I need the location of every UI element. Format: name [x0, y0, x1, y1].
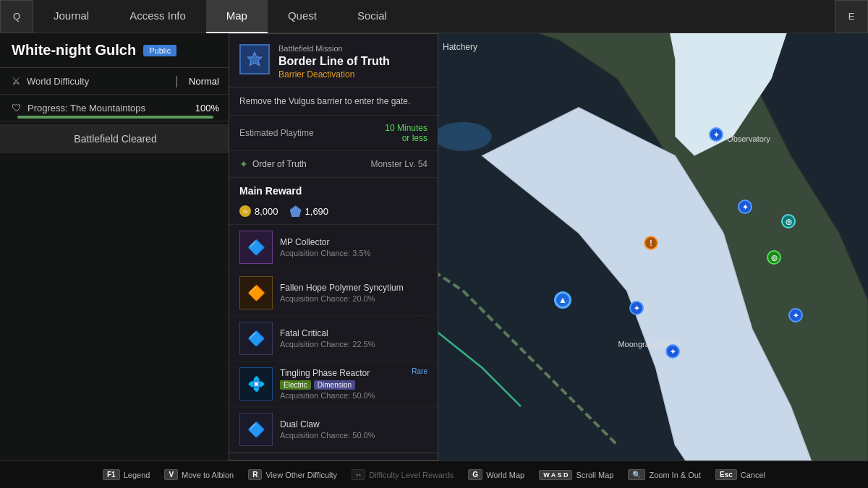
tab-social[interactable]: Social — [337, 0, 407, 33]
difficulty-key: ▪▪ — [352, 469, 365, 480]
mission-header: Battlefield Mission Border Line of Truth… — [229, 34, 438, 87]
reward-item-0: 🔷 MP Collector Acquisition Chance: 3.5% — [229, 225, 438, 270]
reward-img-3: 💠 — [239, 367, 273, 401]
reward-name-1: Fallen Hope Polymer Syncytium — [280, 283, 427, 293]
map-marker-3[interactable]: ✦ — [629, 301, 644, 315]
order-icon: ✦ — [239, 158, 248, 170]
gold-amount: G 8,000 — [239, 205, 278, 217]
progress-icon: 🛡 — [12, 102, 22, 114]
difficulty-icon: ⚔ — [12, 75, 21, 87]
esc-key: Esc — [715, 469, 737, 480]
playtime-value: 10 Minutesor less — [385, 123, 427, 143]
order-level: Monster Lv. 54 — [371, 159, 427, 169]
reward-chance-4: Acquisition Chance: 50.0% — [280, 431, 427, 440]
world-difficulty-value: Normal — [189, 76, 219, 87]
left-panel: White-night Gulch Public ⚔ World Difficu… — [0, 33, 231, 461]
mission-subtype: Barrier Deactivation — [278, 69, 390, 80]
nav-key-e[interactable]: E — [835, 0, 868, 33]
zoom-action[interactable]: 🔍 Zoom In & Out — [628, 469, 701, 480]
battlefield-cleared: Battlefield Cleared — [0, 124, 231, 153]
bottom-bar: F1 Legend V Move to Albion R View Other … — [0, 461, 868, 488]
difficulty-rewards-action: ▪▪ Difficulty Level Rewards — [352, 469, 454, 480]
hatchery-label: Hatchery — [443, 42, 477, 52]
cancel-action[interactable]: Esc Cancel — [715, 469, 765, 480]
gold-icon: G — [239, 205, 251, 217]
reward-info-1: Fallen Hope Polymer Syncytium Acquisitio… — [280, 283, 427, 303]
reward-name-3: Tingling Phase Reactor — [280, 368, 427, 378]
public-badge: Public — [143, 45, 176, 56]
reward-info-4: Dual Claw Acquisition Chance: 50.0% — [280, 419, 427, 440]
map-marker-1[interactable]: ! — [644, 236, 658, 250]
progress-bar — [17, 116, 213, 119]
order-name: ✦ Order of Truth — [239, 158, 307, 170]
reward-chance-1: Acquisition Chance: 20.0% — [280, 294, 427, 303]
view-difficulty-action[interactable]: R View Other Difficulty — [248, 469, 337, 480]
reward-item-1: 🔶 Fallen Hope Polymer Syncytium Acquisit… — [229, 270, 438, 316]
reward-img-0: 🔷 — [239, 231, 273, 264]
progress-label: Progress: The Mountaintops — [27, 103, 190, 114]
location-title: White-night Gulch — [12, 42, 136, 59]
svg-point-1 — [434, 122, 492, 151]
reward-name-2: Fatal Critical — [280, 328, 427, 338]
reward-item-3: 💠 Tingling Phase Reactor Electric Dimens… — [229, 361, 438, 407]
reward-img-4: 🔷 — [239, 413, 273, 446]
reward-item-4: 🔷 Dual Claw Acquisition Chance: 50.0% — [229, 407, 438, 453]
progress-value: 100% — [195, 103, 219, 114]
move-albion-label: Move to Albion — [182, 471, 234, 479]
scroll-map-action[interactable]: W A S D Scroll Map — [539, 470, 613, 480]
world-map-action[interactable]: G World Map — [468, 469, 524, 480]
reward-img-1: 🔶 — [239, 276, 273, 309]
legend-label: Legend — [124, 471, 150, 479]
mission-description: Remove the Vulgus barrier to enter the g… — [229, 87, 438, 116]
tag-electric: Electric — [280, 380, 311, 390]
playtime-row: Estimated Playtime 10 Minutesor less — [229, 116, 438, 151]
scroll-map-label: Scroll Map — [576, 471, 613, 479]
reward-chance-2: Acquisition Chance: 22.5% — [280, 340, 427, 348]
tab-access-info[interactable]: Access Info — [109, 0, 206, 33]
mission-info: Battlefield Mission Border Line of Truth… — [278, 44, 390, 80]
tag-dimension: Dimension — [314, 380, 355, 390]
map-marker-4[interactable]: ✦ — [665, 344, 680, 359]
world-map-label: World Map — [486, 471, 524, 479]
zoom-icon: 🔍 — [628, 469, 645, 480]
map-marker-teal[interactable]: ◎ — [781, 214, 796, 228]
order-row: ✦ Order of Truth Monster Lv. 54 — [229, 151, 438, 178]
popup-footer: X Way Point T Elite Vulgus Effect Alt + … — [229, 453, 438, 461]
reward-info-0: MP Collector Acquisition Chance: 3.5% — [280, 237, 427, 257]
reward-name-0: MP Collector — [280, 237, 427, 247]
top-navigation: Q Journal Access Info Map Quest Social E — [0, 0, 868, 33]
map-marker-observatory[interactable]: ✦ — [709, 127, 723, 142]
reward-img-2: 🔷 — [239, 322, 273, 355]
reward-tags-3: Electric Dimension — [280, 380, 427, 390]
cancel-label: Cancel — [741, 471, 765, 479]
location-header: White-night Gulch Public — [0, 33, 231, 68]
r-key: R — [248, 469, 262, 480]
reward-info-2: Fatal Critical Acquisition Chance: 22.5% — [280, 328, 427, 348]
crystal-amount: 1,690 — [290, 205, 329, 217]
nav-key-q[interactable]: Q — [0, 0, 33, 33]
map-marker-5[interactable]: ✦ — [788, 308, 803, 322]
tab-journal[interactable]: Journal — [33, 0, 109, 33]
reward-item-2: 🔷 Fatal Critical Acquisition Chance: 22.… — [229, 316, 438, 361]
tab-quest[interactable]: Quest — [268, 0, 337, 33]
reward-name-4: Dual Claw — [280, 419, 427, 429]
svg-marker-2 — [247, 52, 262, 66]
mission-name: Border Line of Truth — [278, 54, 390, 68]
rare-badge-3: Rare — [412, 367, 427, 375]
map-marker-green[interactable]: ◎ — [767, 250, 781, 265]
wasd-key: W A S D — [539, 470, 572, 480]
view-difficulty-label: View Other Difficulty — [265, 471, 337, 479]
crystal-icon — [290, 205, 302, 217]
main-reward-header: Main Reward — [229, 178, 438, 201]
observatory-label: Observatory — [727, 134, 770, 143]
legend-action: F1 Legend — [103, 469, 150, 480]
currency-row: G 8,000 1,690 — [229, 201, 438, 225]
progress-bar-fill — [17, 116, 213, 119]
playtime-label: Estimated Playtime — [239, 128, 314, 138]
move-albion-action[interactable]: V Move to Albion — [164, 469, 234, 480]
player-marker: ▲ — [554, 291, 571, 309]
tab-map[interactable]: Map — [206, 0, 268, 33]
map-marker-2[interactable]: ✦ — [738, 200, 752, 214]
difficulty-rewards-label: Difficulty Level Rewards — [369, 471, 454, 479]
reward-chance-0: Acquisition Chance: 3.5% — [280, 249, 427, 257]
